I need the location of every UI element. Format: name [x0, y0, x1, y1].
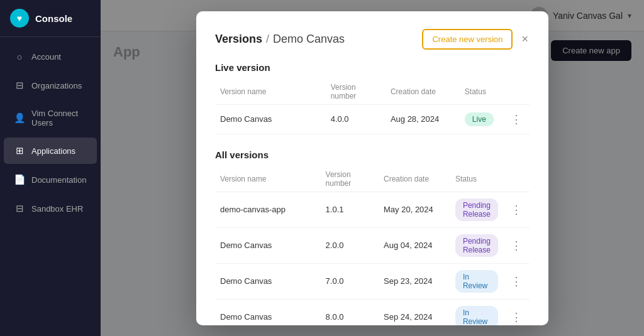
version-name-cell: Demo Canvas — [215, 299, 321, 325]
version-number-cell: 8.0.0 — [321, 299, 379, 325]
modal-title-separator: / — [266, 33, 269, 46]
sidebar-nav: ○ Account ⊟ Organizations 👤 Vim Connect … — [0, 37, 101, 336]
col-header-action — [503, 79, 530, 105]
modal-actions: Create new version × — [422, 29, 530, 50]
account-icon: ○ — [14, 51, 25, 62]
sidebar-item-label: Documentation — [31, 175, 86, 185]
modal-title-row: Versions / Demo Canvas — [215, 33, 345, 46]
version-name-cell: Demo Canvas — [215, 227, 321, 263]
sidebar-item-label: Applications — [31, 146, 75, 156]
status-badge: Pending Release — [455, 234, 498, 257]
creation-date-cell: Aug 28, 2024 — [386, 104, 460, 134]
sidebar-item-label: Vim Connect Users — [31, 109, 87, 127]
more-options-button[interactable]: ⋮ — [508, 237, 525, 254]
col-header-status-2: Status — [450, 166, 503, 192]
version-number-cell: 7.0.0 — [321, 263, 379, 299]
organizations-icon: ⊟ — [14, 80, 25, 91]
modal-overlay: Versions / Demo Canvas Create new versio… — [101, 0, 644, 336]
table-row: Demo Canvas 2.0.0 Aug 04, 2024 Pending R… — [215, 227, 530, 263]
status-cell: In Review — [450, 263, 503, 299]
logo-text: Console — [35, 13, 72, 24]
create-new-version-button[interactable]: Create new version — [422, 29, 513, 50]
sidebar-item-label: Account — [31, 52, 61, 62]
col-header-version-name: Version name — [215, 79, 326, 105]
status-cell: Live — [460, 104, 503, 134]
col-header-version-name-2: Version name — [215, 166, 321, 192]
more-options-button[interactable]: ⋮ — [508, 309, 525, 325]
status-cell: In Review — [450, 299, 503, 325]
status-badge: Pending Release — [455, 198, 498, 221]
more-options-button[interactable]: ⋮ — [508, 202, 525, 218]
col-header-creation-date-2: Creation date — [379, 166, 450, 192]
sidebar-item-label: Sandbox EHR — [31, 204, 83, 214]
version-name-cell: Demo Canvas — [215, 263, 321, 299]
sidebar-item-vim-connect-users[interactable]: 👤 Vim Connect Users — [4, 101, 97, 135]
sidebar-item-organizations[interactable]: ⊟ Organizations — [4, 72, 97, 99]
documentation-icon: 📄 — [14, 174, 25, 185]
more-options-button[interactable]: ⋮ — [508, 273, 525, 290]
users-icon: 👤 — [14, 112, 25, 124]
version-number-cell: 4.0.0 — [326, 104, 386, 134]
sandbox-icon: ⊟ — [14, 203, 25, 214]
all-section-title: All versions — [215, 149, 530, 160]
version-name-cell: Demo Canvas — [215, 104, 326, 134]
creation-date-cell: May 20, 2024 — [379, 192, 450, 227]
sidebar-logo: ♥ Console — [0, 0, 101, 37]
sidebar-item-sandbox-ehr[interactable]: ⊟ Sandbox EHR — [4, 195, 97, 222]
live-versions-table: Version name Version number Creation dat… — [215, 79, 530, 134]
applications-icon: ⊞ — [14, 145, 25, 156]
sidebar-item-label: Organizations — [31, 81, 82, 90]
creation-date-cell: Sep 23, 2024 — [379, 263, 450, 299]
col-header-version-number: Version number — [326, 79, 386, 105]
table-row: Demo Canvas 7.0.0 Sep 23, 2024 In Review… — [215, 263, 530, 299]
status-badge: Live — [465, 112, 494, 126]
status-badge: In Review — [455, 306, 498, 325]
logo-icon: ♥ — [10, 9, 29, 28]
main-content-area: 👤 Yaniv Canvas Gal ▾ App Create new app … — [101, 0, 644, 336]
sidebar-item-applications[interactable]: ⊞ Applications — [4, 138, 97, 164]
table-row: Demo Canvas 8.0.0 Sep 24, 2024 In Review… — [215, 299, 530, 325]
col-header-status: Status — [460, 79, 503, 105]
more-actions-cell: ⋮ — [503, 227, 530, 263]
more-actions-cell: ⋮ — [503, 104, 530, 134]
all-versions-table: Version name Version number Creation dat… — [215, 166, 530, 325]
sidebar: ♥ Console ○ Account ⊟ Organizations 👤 Vi… — [0, 0, 101, 336]
modal-subtitle: Demo Canvas — [273, 33, 345, 46]
sidebar-item-documentation[interactable]: 📄 Documentation — [4, 166, 97, 193]
col-header-action-2 — [503, 166, 530, 192]
version-number-cell: 2.0.0 — [321, 227, 379, 263]
close-modal-button[interactable]: × — [520, 32, 530, 46]
creation-date-cell: Aug 04, 2024 — [379, 227, 450, 263]
live-section-title: Live version — [215, 62, 530, 73]
col-header-version-number-2: Version number — [321, 166, 379, 192]
table-row: demo-canvas-app 1.0.1 May 20, 2024 Pendi… — [215, 192, 530, 227]
versions-modal: Versions / Demo Canvas Create new versio… — [196, 11, 548, 325]
table-row: Demo Canvas 4.0.0 Aug 28, 2024 Live ⋮ — [215, 104, 530, 134]
more-actions-cell: ⋮ — [503, 263, 530, 299]
modal-header: Versions / Demo Canvas Create new versio… — [215, 29, 530, 50]
status-cell: Pending Release — [450, 192, 503, 227]
more-actions-cell: ⋮ — [503, 192, 530, 227]
version-number-cell: 1.0.1 — [321, 192, 379, 227]
col-header-creation-date: Creation date — [386, 79, 460, 105]
more-actions-cell: ⋮ — [503, 299, 530, 325]
more-options-button[interactable]: ⋮ — [508, 111, 525, 127]
version-name-cell: demo-canvas-app — [215, 192, 321, 227]
status-cell: Pending Release — [450, 227, 503, 263]
status-badge: In Review — [455, 270, 498, 293]
sidebar-item-account[interactable]: ○ Account — [4, 43, 97, 70]
creation-date-cell: Sep 24, 2024 — [379, 299, 450, 325]
modal-title: Versions — [215, 33, 262, 46]
